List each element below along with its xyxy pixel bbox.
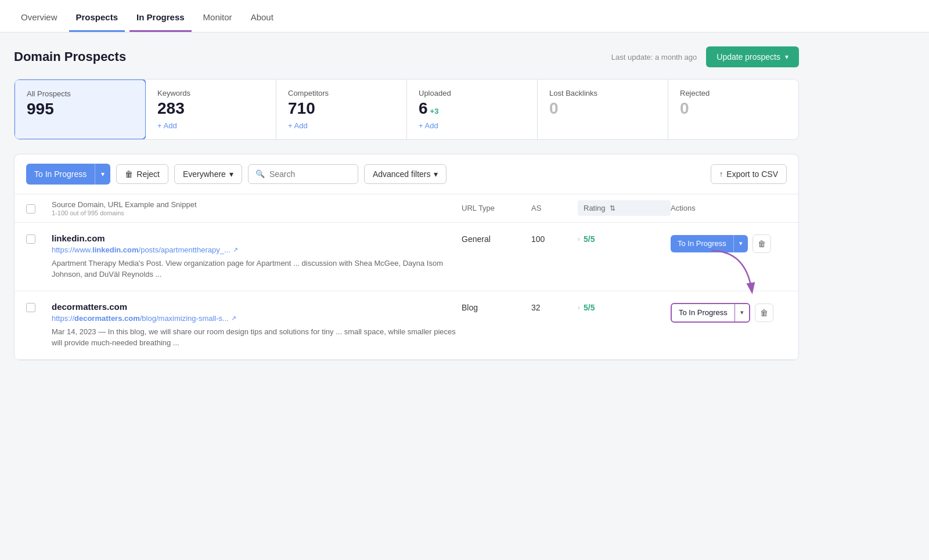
advanced-filters-button[interactable]: Advanced filters ▾ — [364, 164, 447, 184]
row2-rating-arrow-icon: › — [578, 304, 580, 312]
table-row: linkedin.com https://www.linkedin.com/po… — [15, 223, 798, 291]
row2-actions-cell: To In Progress ▾ 🗑 — [671, 302, 787, 323]
header-actions: Last update: a month ago Update prospect… — [611, 46, 799, 67]
card-keywords-add[interactable]: + Add — [157, 121, 264, 130]
header-checkbox-cell — [26, 203, 52, 214]
row1-actions-cell: To In Progress ▾ 🗑 — [671, 233, 787, 253]
row2-checkbox[interactable] — [26, 303, 35, 312]
header-as: AS — [531, 204, 578, 212]
search-wrap: 🔍 — [248, 164, 358, 184]
card-all-prospects[interactable]: All Prospects 995 — [14, 79, 146, 140]
select-all-checkbox[interactable] — [26, 204, 35, 214]
row1-rating-value: 5/5 — [584, 234, 595, 244]
card-rejected[interactable]: Rejected 0 — [668, 80, 798, 139]
nav-overview[interactable]: Overview — [14, 3, 64, 32]
nav-about[interactable]: About — [244, 3, 280, 32]
card-uploaded-badge: +3 — [430, 107, 439, 115]
adv-filters-chevron-icon: ▾ — [434, 169, 438, 179]
card-lost-backlinks[interactable]: Lost Backlinks 0 — [538, 80, 668, 139]
card-competitors-number: 710 — [288, 100, 395, 118]
row2-btn-label[interactable]: To In Progress — [672, 304, 734, 321]
card-keywords-label: Keywords — [157, 89, 264, 97]
advanced-filters-label: Advanced filters — [373, 169, 431, 179]
row2-delete-button[interactable]: 🗑 — [755, 304, 773, 322]
row1-btn-label[interactable]: To In Progress — [671, 235, 733, 252]
row2-btn-chevron-icon[interactable]: ▾ — [735, 305, 749, 320]
search-icon: 🔍 — [255, 169, 265, 178]
main-panel: To In Progress ▾ 🗑 Reject Everywhere ▾ 🔍 — [14, 154, 799, 360]
to-in-progress-chevron-icon[interactable]: ▾ — [95, 165, 110, 183]
nav-prospects[interactable]: Prospects — [69, 3, 125, 32]
row1-btn-chevron-icon[interactable]: ▾ — [734, 236, 748, 251]
row1-checkbox-cell — [26, 233, 52, 244]
update-prospects-button[interactable]: Update prospects ▾ — [706, 46, 799, 67]
nav-monitor[interactable]: Monitor — [196, 3, 239, 32]
card-uploaded[interactable]: Uploaded 6+3 + Add — [407, 80, 538, 139]
card-lost-number: 0 — [549, 100, 656, 118]
card-all-number: 995 — [27, 100, 134, 118]
reject-label: Reject — [136, 169, 160, 179]
header-url-type: URL Type — [462, 204, 531, 212]
table-row: decormatters.com https://decormatters.co… — [15, 291, 798, 360]
row2-trash-icon: 🗑 — [760, 308, 768, 317]
header-rating[interactable]: Rating ⇅ — [578, 200, 671, 216]
row2-domain: decormatters.com — [52, 302, 462, 312]
table-header: Source Domain, URL Example and Snippet 1… — [15, 194, 798, 223]
row1-rating-arrow-icon: › — [578, 235, 580, 243]
everywhere-label: Everywhere — [183, 169, 226, 179]
card-rejected-label: Rejected — [680, 89, 787, 97]
row2-source-cell: decormatters.com https://decormatters.co… — [52, 302, 462, 349]
row1-trash-icon: 🗑 — [758, 239, 766, 248]
row2-url-type: Blog — [462, 302, 531, 312]
row2-container: decormatters.com https://decormatters.co… — [15, 291, 798, 360]
page-title: Domain Prospects — [14, 49, 126, 64]
card-keywords-number: 283 — [157, 100, 264, 118]
row2-as: 32 — [531, 302, 578, 312]
card-uploaded-label: Uploaded — [419, 89, 525, 97]
card-competitors-label: Competitors — [288, 89, 395, 97]
card-uploaded-number: 6+3 — [419, 100, 525, 118]
row1-snippet: Apartment Therapy Media's Post. View org… — [52, 258, 462, 280]
card-uploaded-add[interactable]: + Add — [419, 121, 525, 130]
search-input[interactable] — [269, 169, 351, 179]
row1-delete-button[interactable]: 🗑 — [752, 234, 771, 253]
row1-rating-cell: › 5/5 — [578, 233, 671, 244]
row2-rating-value: 5/5 — [584, 303, 595, 312]
update-btn-label: Update prospects — [716, 52, 780, 62]
row2-checkbox-cell — [26, 302, 52, 312]
row1-url: https://www.linkedin.com/posts/apartment… — [52, 245, 462, 254]
export-label: Export to CSV — [726, 169, 778, 179]
to-in-progress-button[interactable]: To In Progress ▾ — [26, 164, 110, 185]
row1-url-type: General — [462, 233, 531, 244]
card-rejected-number: 0 — [680, 100, 787, 118]
export-csv-button[interactable]: ↑ Export to CSV — [711, 164, 787, 184]
everywhere-filter-button[interactable]: Everywhere ▾ — [174, 164, 242, 184]
everywhere-chevron-icon: ▾ — [229, 169, 233, 179]
row1-to-in-progress-button[interactable]: To In Progress ▾ — [671, 235, 748, 252]
header-actions: Actions — [671, 204, 787, 212]
row2-rating-cell: › 5/5 — [578, 302, 671, 312]
nav-inprogress[interactable]: In Progress — [129, 3, 192, 32]
export-icon: ↑ — [719, 169, 723, 178]
toolbar: To In Progress ▾ 🗑 Reject Everywhere ▾ 🔍 — [15, 154, 798, 194]
row2-to-in-progress-button[interactable]: To In Progress ▾ — [671, 303, 750, 323]
card-lost-label: Lost Backlinks — [549, 89, 656, 97]
row2-external-link-icon: ↗ — [231, 315, 236, 322]
update-btn-chevron-icon: ▾ — [785, 53, 788, 61]
card-competitors[interactable]: Competitors 710 + Add — [276, 80, 407, 139]
row1-source-cell: linkedin.com https://www.linkedin.com/po… — [52, 233, 462, 280]
row2-url: https://decormatters.com/blog/maximizing… — [52, 314, 462, 323]
last-update-text: Last update: a month ago — [611, 53, 697, 62]
row1-checkbox[interactable] — [26, 234, 35, 244]
row1-url-link[interactable]: https://www.linkedin.com/posts/apartment… — [52, 245, 231, 254]
row2-snippet: Mar 14, 2023 — In this blog, we will sha… — [52, 326, 462, 349]
page-header: Domain Prospects Last update: a month ag… — [14, 46, 799, 67]
row2-url-link[interactable]: https://decormatters.com/blog/maximizing… — [52, 314, 229, 323]
sort-icon: ⇅ — [610, 204, 615, 212]
row1-external-link-icon: ↗ — [233, 246, 238, 254]
row1-domain: linkedin.com — [52, 233, 462, 243]
reject-button[interactable]: 🗑 Reject — [116, 164, 168, 184]
to-in-progress-label[interactable]: To In Progress — [26, 164, 95, 184]
card-keywords[interactable]: Keywords 283 + Add — [146, 80, 276, 139]
card-competitors-add[interactable]: + Add — [288, 121, 395, 130]
